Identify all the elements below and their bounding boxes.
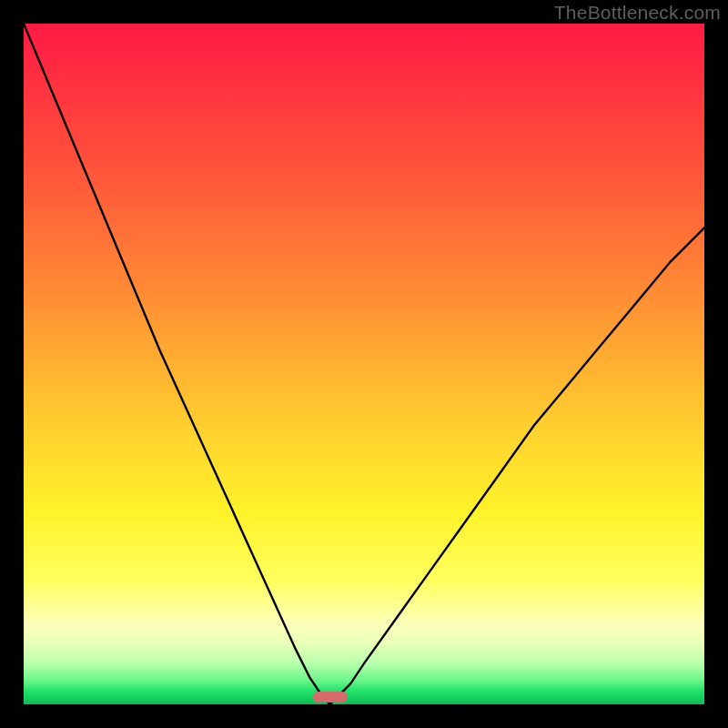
- plot-area: [24, 24, 704, 704]
- bottleneck-curve: [24, 24, 704, 704]
- watermark-text: TheBottleneck.com: [554, 2, 721, 24]
- optimal-marker: [313, 692, 348, 703]
- chart-frame: TheBottleneck.com: [0, 0, 728, 728]
- curve-svg: [24, 24, 704, 704]
